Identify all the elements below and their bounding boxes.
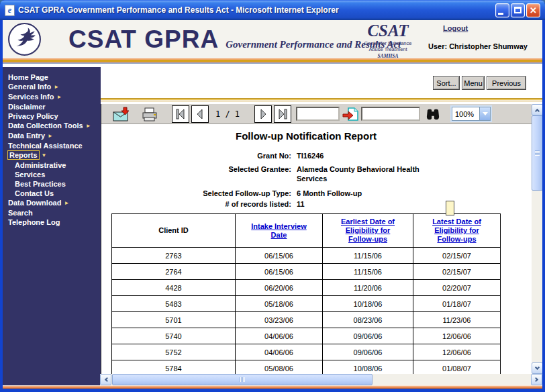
- hhs-seal-icon: [7, 21, 42, 57]
- report-toolbar: 1 / 1: [101, 104, 532, 124]
- sidebar-item-data-download[interactable]: Data Download►: [3, 198, 101, 208]
- sidebar-item-reports[interactable]: Reports▼: [3, 150, 101, 160]
- report-body: Follow-up Notification Report Grant No:T…: [101, 124, 532, 374]
- prev-page-button[interactable]: [191, 105, 209, 123]
- table-cell: 06/15/06: [236, 248, 323, 264]
- sidebar-item-data-entry[interactable]: Data Entry►: [3, 131, 101, 141]
- sidebar-item-label: Best Practices: [15, 180, 66, 188]
- previous-button[interactable]: Previous: [487, 76, 526, 90]
- table-cell: 04/06/06: [236, 344, 323, 360]
- sidebar-item-disclaimer[interactable]: Disclaimer: [3, 102, 101, 111]
- sidebar-item-label: General Info: [8, 83, 51, 91]
- chevron-left-icon: [104, 377, 109, 382]
- sidebar-item-general-info[interactable]: General Info►: [3, 82, 101, 92]
- table-row: 578405/08/0610/08/0601/08/07: [112, 360, 501, 375]
- table-cell: 01/18/07: [413, 296, 501, 312]
- menu-button[interactable]: Menu: [462, 76, 485, 90]
- chevron-down-icon: ▼: [42, 152, 47, 158]
- print-button[interactable]: [140, 106, 160, 122]
- table-cell: 5740: [112, 328, 236, 344]
- chevron-down-icon[interactable]: [479, 107, 490, 120]
- sort-button[interactable]: Sort...: [433, 76, 460, 90]
- sidebar-item-label: Services: [15, 170, 45, 179]
- search-button[interactable]: [425, 106, 441, 122]
- csat-logo-line1: Center for Substance: [359, 41, 417, 46]
- table-row: 276406/15/0611/15/0602/15/07: [112, 264, 501, 280]
- scroll-right-button[interactable]: [531, 374, 542, 385]
- sidebar-item-privacy-policy[interactable]: Privacy Policy: [3, 111, 101, 121]
- footer-stripe: [3, 385, 542, 389]
- page-header: CSAT GPRA Government Performance and Res…: [3, 20, 542, 58]
- search-input[interactable]: [361, 107, 420, 121]
- report-field-row: Selected Grantee:Alameda County Behavior…: [101, 164, 477, 183]
- scroll-down-button[interactable]: [532, 362, 542, 374]
- table-row: 575204/06/0609/06/0612/06/06: [112, 344, 501, 360]
- close-icon: ✕: [527, 4, 540, 17]
- sidebar-item-data-collection-tools[interactable]: Data Collection Tools►: [3, 121, 101, 131]
- table-cell: 11/20/06: [323, 280, 413, 296]
- horizontal-scrollbar[interactable]: [100, 374, 542, 385]
- table-cell: 08/23/06: [323, 312, 413, 328]
- scroll-up-button[interactable]: [532, 104, 542, 115]
- page-content: CSAT GPRA Government Performance and Res…: [3, 20, 542, 389]
- table-row: 442806/20/0611/20/0602/20/07: [112, 280, 501, 296]
- sidebar-item-label: Contact Us: [15, 189, 54, 197]
- goto-page-input[interactable]: [296, 107, 340, 121]
- next-page-icon: [257, 108, 269, 120]
- ie-icon: e: [5, 5, 15, 16]
- export-icon: [113, 107, 130, 121]
- sidebar-item-label: Telephone Log: [8, 218, 60, 226]
- last-page-button[interactable]: [274, 105, 291, 123]
- goto-page-button[interactable]: [342, 106, 360, 122]
- sidebar-item-services-info[interactable]: Services Info►: [3, 92, 101, 102]
- title-bar: e CSAT GPRA Government Performance and R…: [0, 0, 545, 20]
- prev-page-icon: [194, 108, 206, 120]
- table-cell: 5483: [112, 296, 236, 312]
- sidebar-item-best-practices[interactable]: Best Practices: [3, 179, 101, 189]
- maximize-button[interactable]: [511, 3, 525, 17]
- logout-link[interactable]: Logout: [443, 24, 468, 32]
- table-cell: 11/23/06: [413, 312, 501, 328]
- csat-samhsa-logo: CSAT Center for Substance Abuse Treatmen…: [359, 21, 417, 59]
- column-header-latest-eligibility[interactable]: Latest Date of Eligibility for Follow-up…: [413, 214, 501, 248]
- table-cell: 09/06/06: [323, 344, 413, 360]
- zoom-value: 100%: [452, 110, 479, 118]
- report-field-row: # of records listed:11: [101, 199, 477, 209]
- column-header-intake-interview-date[interactable]: Intake Interview Date: [236, 214, 323, 248]
- sidebar-item-home-page[interactable]: Home Page: [3, 72, 101, 82]
- sidebar-item-contact-us[interactable]: Contact Us: [3, 189, 101, 198]
- sidebar-item-services[interactable]: Services: [3, 170, 101, 179]
- horizontal-scroll-thumb[interactable]: [112, 374, 373, 385]
- csat-logo-line2: Abuse Treatment: [359, 47, 417, 52]
- field-value: 11: [297, 199, 444, 209]
- table-cell: 2764: [112, 264, 236, 280]
- sidebar-item-technical-assistance[interactable]: Technical Assistance: [3, 141, 101, 150]
- vertical-scrollbar[interactable]: [532, 104, 542, 374]
- chevron-right-icon: ►: [56, 94, 62, 100]
- field-label: # of records listed:: [101, 199, 291, 209]
- sidebar-item-administrative[interactable]: Administrative: [3, 160, 101, 170]
- sidebar-item-search[interactable]: Search: [3, 208, 101, 217]
- table-row: 570103/23/0608/23/0611/23/06: [112, 312, 501, 328]
- chevron-right-icon: [533, 377, 538, 382]
- table-cell: 12/06/06: [413, 328, 501, 344]
- browser-window: e CSAT GPRA Government Performance and R…: [0, 0, 545, 392]
- export-button[interactable]: [112, 106, 131, 122]
- maximize-icon: [514, 7, 522, 13]
- close-button[interactable]: ✕: [526, 3, 540, 17]
- page-indicator: 1 / 1: [209, 109, 246, 119]
- table-cell: 01/08/07: [413, 360, 501, 375]
- next-page-button[interactable]: [254, 105, 272, 123]
- zoom-select[interactable]: 100%: [452, 107, 491, 121]
- divider-rule: [101, 98, 542, 101]
- sidebar-item-label: Disclaimer: [8, 103, 46, 111]
- first-page-button[interactable]: [172, 105, 189, 123]
- last-page-icon: [277, 108, 289, 120]
- table-row: 548305/18/0610/18/0601/18/07: [112, 296, 501, 312]
- column-header-earliest-eligibility[interactable]: Earliest Date of Eligibility for Follow-…: [323, 214, 413, 248]
- vertical-scroll-thumb[interactable]: [532, 115, 542, 191]
- scroll-left-button[interactable]: [100, 374, 111, 385]
- sidebar-item-telephone-log[interactable]: Telephone Log: [3, 217, 101, 227]
- minimize-button[interactable]: [495, 3, 509, 17]
- table-cell: 05/18/06: [236, 296, 323, 312]
